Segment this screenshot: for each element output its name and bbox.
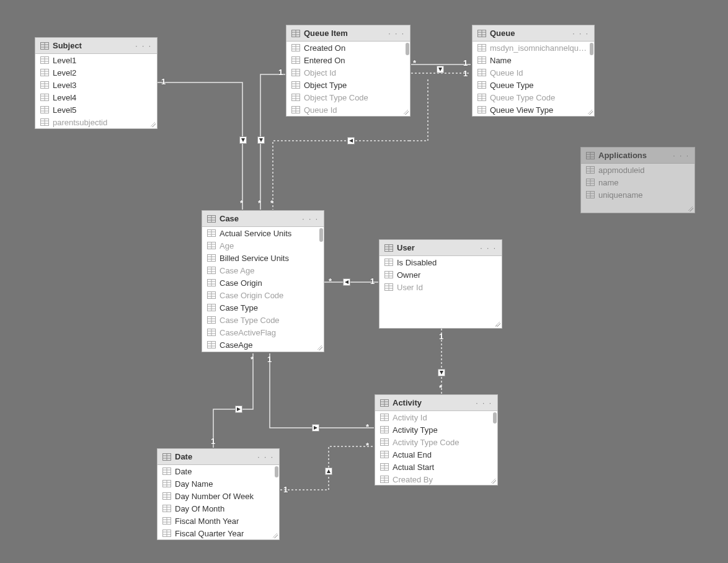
field-row[interactable]: Fiscal Month Year	[158, 515, 279, 527]
table-activity[interactable]: Activity · · · Activity IdActivity TypeA…	[375, 394, 498, 485]
field-label: Created On	[304, 43, 345, 53]
scrollbar-thumb[interactable]	[319, 228, 323, 242]
field-label: Queue Type	[490, 81, 534, 90]
field-label: Fiscal Quarter Year	[175, 529, 244, 538]
field-row[interactable]: Date	[158, 465, 279, 477]
field-label: msdyn_isomnichannelqueue	[490, 43, 589, 53]
field-row[interactable]: Case Type Code	[202, 314, 324, 326]
field-row[interactable]: Day Number Of Week	[158, 490, 279, 502]
table-icon	[477, 30, 486, 37]
field-row[interactable]: Created On	[286, 42, 410, 54]
field-row[interactable]: Entered On	[286, 54, 410, 66]
field-row[interactable]: Case Age	[202, 264, 324, 277]
field-row[interactable]: name	[581, 176, 695, 188]
field-row[interactable]: Level3	[35, 79, 157, 91]
field-row[interactable]: Is Disabled	[380, 256, 502, 268]
field-label: Case Type	[220, 303, 258, 313]
table-subject[interactable]: Subject · · · Level1Level2Level3Level4Le…	[35, 37, 158, 129]
field-row[interactable]: Actual Service Units	[202, 227, 324, 239]
field-row[interactable]: msdyn_isomnichannelqueue	[473, 42, 594, 54]
table-queueitem[interactable]: Queue Item · · · Created OnEntered OnObj…	[286, 25, 411, 117]
field-row[interactable]: appmoduleid	[581, 164, 695, 176]
column-icon	[40, 94, 49, 101]
table-options-icon[interactable]: · · ·	[673, 151, 690, 160]
field-row[interactable]: Age	[202, 239, 324, 252]
field-label: Name	[490, 56, 512, 65]
table-options-icon[interactable]: · · ·	[476, 399, 492, 407]
table-options-icon[interactable]: · · ·	[480, 244, 497, 252]
table-options-icon[interactable]: · · ·	[302, 215, 319, 223]
field-row[interactable]: Activity Id	[375, 411, 497, 423]
table-header-date[interactable]: Date · · ·	[158, 449, 279, 465]
cardinality-label: *	[439, 383, 442, 392]
table-header-case[interactable]: Case · · ·	[202, 211, 324, 227]
field-row[interactable]: Case Type	[202, 301, 324, 314]
table-icon	[207, 215, 216, 223]
table-options-icon[interactable]: · · ·	[388, 29, 405, 38]
field-row[interactable]: parentsubjectid	[35, 116, 157, 128]
scrollbar-thumb[interactable]	[590, 43, 593, 55]
table-icon	[40, 42, 49, 50]
column-icon	[477, 56, 486, 64]
field-row[interactable]: Actual Start	[375, 461, 497, 473]
column-icon	[477, 69, 486, 76]
table-header-queueitem[interactable]: Queue Item · · ·	[286, 25, 410, 42]
field-label: parentsubjectid	[53, 118, 107, 127]
field-row[interactable]: Case Origin Code	[202, 289, 324, 301]
field-label: Day Number Of Week	[175, 492, 254, 501]
field-label: Activity Type	[393, 425, 438, 435]
table-options-icon[interactable]: · · ·	[257, 453, 274, 461]
field-row[interactable]: CaseAge	[202, 339, 324, 351]
cardinality-label: *	[329, 277, 332, 286]
table-options-icon[interactable]: · · ·	[572, 29, 589, 38]
table-user[interactable]: User · · · Is DisabledOwnerUser Id	[379, 239, 502, 329]
field-row[interactable]: Queue View Type	[473, 104, 594, 116]
field-row[interactable]: Actual End	[375, 448, 497, 461]
column-icon	[162, 480, 171, 487]
field-row[interactable]: Queue Id	[286, 104, 410, 116]
table-options-icon[interactable]: · · ·	[135, 42, 152, 50]
field-row[interactable]: Queue Id	[473, 66, 594, 79]
table-header-activity[interactable]: Activity · · ·	[375, 395, 497, 411]
table-date[interactable]: Date · · · DateDay NameDay Number Of Wee…	[157, 448, 280, 540]
field-row[interactable]: Day Of Month	[158, 502, 279, 515]
field-row[interactable]: Level5	[35, 104, 157, 116]
field-row[interactable]: Queue Type	[473, 79, 594, 91]
field-row[interactable]: Created By	[375, 473, 497, 485]
field-row[interactable]: Level2	[35, 66, 157, 79]
field-row[interactable]: Level1	[35, 54, 157, 66]
scrollbar-thumb[interactable]	[275, 466, 278, 477]
table-case[interactable]: Case · · · Actual Service UnitsAgeBilled…	[202, 210, 324, 352]
table-header-applications[interactable]: Applications · · ·	[581, 148, 695, 164]
field-row[interactable]: CaseActiveFlag	[202, 326, 324, 339]
field-row[interactable]: Object Type	[286, 79, 410, 91]
column-icon	[380, 414, 389, 421]
field-row[interactable]: Billed Service Units	[202, 252, 324, 264]
field-row[interactable]: Level4	[35, 91, 157, 104]
field-row[interactable]: Name	[473, 54, 594, 66]
field-row[interactable]: uniquename	[581, 188, 695, 201]
field-row[interactable]: Object Id	[286, 66, 410, 79]
scrollbar-thumb[interactable]	[406, 43, 409, 55]
field-row[interactable]: Owner	[380, 268, 502, 281]
scrollbar-thumb[interactable]	[493, 412, 497, 423]
table-header-user[interactable]: User · · ·	[380, 240, 502, 256]
table-header-queue[interactable]: Queue · · ·	[473, 25, 594, 42]
field-row[interactable]: User Id	[380, 281, 502, 293]
table-applications[interactable]: Applications · · · appmoduleidnameunique…	[580, 147, 695, 213]
field-label: Actual Service Units	[220, 229, 291, 238]
field-row[interactable]: Case Origin	[202, 277, 324, 289]
table-header-subject[interactable]: Subject · · ·	[35, 38, 157, 54]
field-row[interactable]: Day Name	[158, 477, 279, 490]
field-label: Level4	[53, 93, 76, 102]
table-queue[interactable]: Queue · · · msdyn_isomnichannelqueueName…	[472, 25, 595, 117]
field-row[interactable]: Queue Type Code	[473, 91, 594, 104]
column-icon	[162, 530, 171, 537]
field-row[interactable]: Fiscal Quarter Year	[158, 527, 279, 539]
field-label: Case Age	[220, 266, 254, 275]
field-row[interactable]: Object Type Code	[286, 91, 410, 104]
table-body-applications: appmoduleidnameuniquename	[581, 164, 695, 213]
cardinality-label: *	[258, 198, 261, 208]
field-row[interactable]: Activity Type	[375, 423, 497, 436]
field-row[interactable]: Activity Type Code	[375, 436, 497, 448]
